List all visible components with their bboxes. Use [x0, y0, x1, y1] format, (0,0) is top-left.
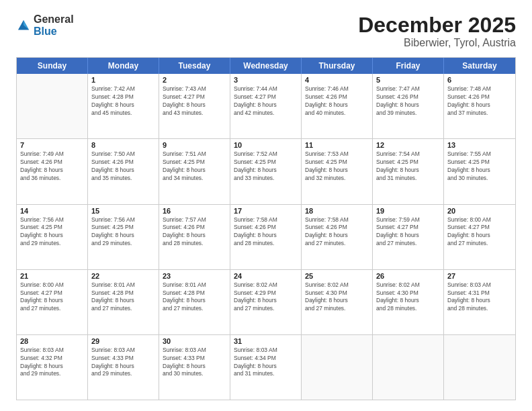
logo-blue: Blue [34, 26, 57, 37]
day-info: Sunrise: 7:42 AM Sunset: 4:28 PM Dayligh… [91, 85, 155, 118]
day-number: 8 [91, 141, 155, 149]
calendar-cell: 7Sunrise: 7:49 AM Sunset: 4:26 PM Daylig… [17, 139, 88, 203]
calendar-cell: 22Sunrise: 8:01 AM Sunset: 4:28 PM Dayli… [88, 270, 159, 334]
calendar-cell: 29Sunrise: 8:03 AM Sunset: 4:33 PM Dayli… [88, 335, 159, 400]
day-info: Sunrise: 8:02 AM Sunset: 4:30 PM Dayligh… [376, 281, 440, 314]
calendar-week: 1Sunrise: 7:42 AM Sunset: 4:28 PM Daylig… [17, 74, 515, 139]
day-number: 23 [163, 272, 226, 280]
calendar-title: December 2025 [358, 13, 516, 37]
calendar-cell: 16Sunrise: 7:57 AM Sunset: 4:26 PM Dayli… [159, 205, 230, 269]
calendar-cell: 23Sunrise: 8:01 AM Sunset: 4:28 PM Dayli… [159, 270, 230, 334]
day-number: 25 [305, 272, 369, 280]
day-number: 20 [447, 207, 512, 215]
day-info: Sunrise: 7:50 AM Sunset: 4:26 PM Dayligh… [91, 150, 155, 183]
logo-icon [16, 18, 31, 33]
day-info: Sunrise: 7:51 AM Sunset: 4:25 PM Dayligh… [163, 150, 226, 183]
day-info: Sunrise: 7:43 AM Sunset: 4:27 PM Dayligh… [163, 85, 226, 118]
calendar-cell: 3Sunrise: 7:44 AM Sunset: 4:27 PM Daylig… [230, 74, 302, 138]
day-number: 19 [376, 207, 440, 215]
calendar-cell: 26Sunrise: 8:02 AM Sunset: 4:30 PM Dayli… [373, 270, 444, 334]
day-info: Sunrise: 8:02 AM Sunset: 4:29 PM Dayligh… [234, 281, 298, 314]
day-number: 16 [163, 207, 226, 215]
calendar-week: 21Sunrise: 8:00 AM Sunset: 4:27 PM Dayli… [17, 270, 515, 335]
weekday-header: Thursday [302, 58, 373, 74]
calendar-cell: 12Sunrise: 7:54 AM Sunset: 4:25 PM Dayli… [373, 139, 444, 203]
calendar-cell: 18Sunrise: 7:58 AM Sunset: 4:26 PM Dayli… [302, 205, 373, 269]
day-number: 9 [163, 141, 226, 149]
day-info: Sunrise: 7:53 AM Sunset: 4:25 PM Dayligh… [305, 150, 369, 183]
day-number: 2 [163, 76, 226, 84]
calendar-body: 1Sunrise: 7:42 AM Sunset: 4:28 PM Daylig… [17, 74, 515, 400]
calendar-cell: 4Sunrise: 7:46 AM Sunset: 4:26 PM Daylig… [302, 74, 373, 138]
day-info: Sunrise: 8:00 AM Sunset: 4:27 PM Dayligh… [447, 216, 512, 248]
calendar-header: SundayMondayTuesdayWednesdayThursdayFrid… [17, 58, 515, 74]
day-number: 21 [20, 272, 84, 280]
weekday-header: Sunday [17, 58, 88, 74]
day-info: Sunrise: 7:56 AM Sunset: 4:25 PM Dayligh… [91, 216, 155, 248]
day-number: 3 [234, 76, 298, 84]
day-info: Sunrise: 8:00 AM Sunset: 4:27 PM Dayligh… [20, 281, 84, 314]
day-info: Sunrise: 7:57 AM Sunset: 4:26 PM Dayligh… [163, 216, 226, 248]
day-info: Sunrise: 8:01 AM Sunset: 4:28 PM Dayligh… [91, 281, 155, 314]
calendar-cell: 17Sunrise: 7:58 AM Sunset: 4:26 PM Dayli… [230, 205, 302, 269]
day-info: Sunrise: 7:48 AM Sunset: 4:26 PM Dayligh… [447, 85, 512, 118]
day-info: Sunrise: 7:58 AM Sunset: 4:26 PM Dayligh… [234, 216, 298, 248]
calendar-week: 14Sunrise: 7:56 AM Sunset: 4:25 PM Dayli… [17, 205, 515, 270]
calendar-cell: 8Sunrise: 7:50 AM Sunset: 4:26 PM Daylig… [88, 139, 159, 203]
day-number: 24 [234, 272, 298, 280]
day-info: Sunrise: 8:01 AM Sunset: 4:28 PM Dayligh… [163, 281, 226, 314]
weekday-header: Monday [88, 58, 159, 74]
day-info: Sunrise: 8:02 AM Sunset: 4:30 PM Dayligh… [305, 281, 369, 314]
day-info: Sunrise: 7:54 AM Sunset: 4:25 PM Dayligh… [376, 150, 440, 183]
calendar-cell: 10Sunrise: 7:52 AM Sunset: 4:25 PM Dayli… [230, 139, 302, 203]
calendar-cell: 15Sunrise: 7:56 AM Sunset: 4:25 PM Dayli… [88, 205, 159, 269]
day-number: 11 [305, 141, 369, 149]
day-number: 7 [20, 141, 84, 149]
day-info: Sunrise: 7:47 AM Sunset: 4:26 PM Dayligh… [376, 85, 440, 118]
calendar-cell: 31Sunrise: 8:03 AM Sunset: 4:34 PM Dayli… [230, 335, 302, 400]
day-number: 31 [234, 337, 298, 345]
day-info: Sunrise: 8:03 AM Sunset: 4:34 PM Dayligh… [234, 347, 298, 379]
day-info: Sunrise: 7:55 AM Sunset: 4:25 PM Dayligh… [447, 150, 512, 183]
calendar-cell [373, 335, 444, 400]
calendar-cell [302, 335, 373, 400]
day-number: 29 [91, 337, 155, 345]
logo-text: General Blue [34, 13, 74, 38]
day-number: 12 [376, 141, 440, 149]
day-number: 18 [305, 207, 369, 215]
calendar-cell [17, 74, 88, 138]
day-info: Sunrise: 7:59 AM Sunset: 4:27 PM Dayligh… [376, 216, 440, 248]
day-info: Sunrise: 7:46 AM Sunset: 4:26 PM Dayligh… [305, 85, 369, 118]
logo: General Blue [16, 13, 74, 38]
day-number: 17 [234, 207, 298, 215]
day-number: 28 [20, 337, 84, 345]
calendar-cell: 13Sunrise: 7:55 AM Sunset: 4:25 PM Dayli… [444, 139, 515, 203]
day-number: 5 [376, 76, 440, 84]
calendar-week: 7Sunrise: 7:49 AM Sunset: 4:26 PM Daylig… [17, 139, 515, 204]
day-number: 14 [20, 207, 84, 215]
weekday-header: Friday [373, 58, 444, 74]
day-number: 15 [91, 207, 155, 215]
calendar-cell: 19Sunrise: 7:59 AM Sunset: 4:27 PM Dayli… [373, 205, 444, 269]
calendar-cell: 28Sunrise: 8:03 AM Sunset: 4:32 PM Dayli… [17, 335, 88, 400]
calendar-cell: 5Sunrise: 7:47 AM Sunset: 4:26 PM Daylig… [373, 74, 444, 138]
header: General Blue December 2025 Biberwier, Ty… [16, 13, 516, 49]
calendar-cell: 1Sunrise: 7:42 AM Sunset: 4:28 PM Daylig… [88, 74, 159, 138]
day-info: Sunrise: 7:56 AM Sunset: 4:25 PM Dayligh… [20, 216, 84, 248]
weekday-header: Saturday [444, 58, 515, 74]
page: General Blue December 2025 Biberwier, Ty… [0, 0, 532, 411]
day-number: 13 [447, 141, 512, 149]
calendar-week: 28Sunrise: 8:03 AM Sunset: 4:32 PM Dayli… [17, 335, 515, 400]
day-info: Sunrise: 8:03 AM Sunset: 4:33 PM Dayligh… [91, 347, 155, 379]
calendar-cell: 11Sunrise: 7:53 AM Sunset: 4:25 PM Dayli… [302, 139, 373, 203]
day-number: 4 [305, 76, 369, 84]
calendar-cell: 6Sunrise: 7:48 AM Sunset: 4:26 PM Daylig… [444, 74, 515, 138]
calendar-cell: 27Sunrise: 8:03 AM Sunset: 4:31 PM Dayli… [444, 270, 515, 334]
calendar-cell: 21Sunrise: 8:00 AM Sunset: 4:27 PM Dayli… [17, 270, 88, 334]
title-block: December 2025 Biberwier, Tyrol, Austria [358, 13, 516, 49]
calendar-location: Biberwier, Tyrol, Austria [358, 37, 516, 49]
weekday-header: Wednesday [230, 58, 302, 74]
day-info: Sunrise: 7:58 AM Sunset: 4:26 PM Dayligh… [305, 216, 369, 248]
day-number: 1 [91, 76, 155, 84]
calendar-cell: 24Sunrise: 8:02 AM Sunset: 4:29 PM Dayli… [230, 270, 302, 334]
